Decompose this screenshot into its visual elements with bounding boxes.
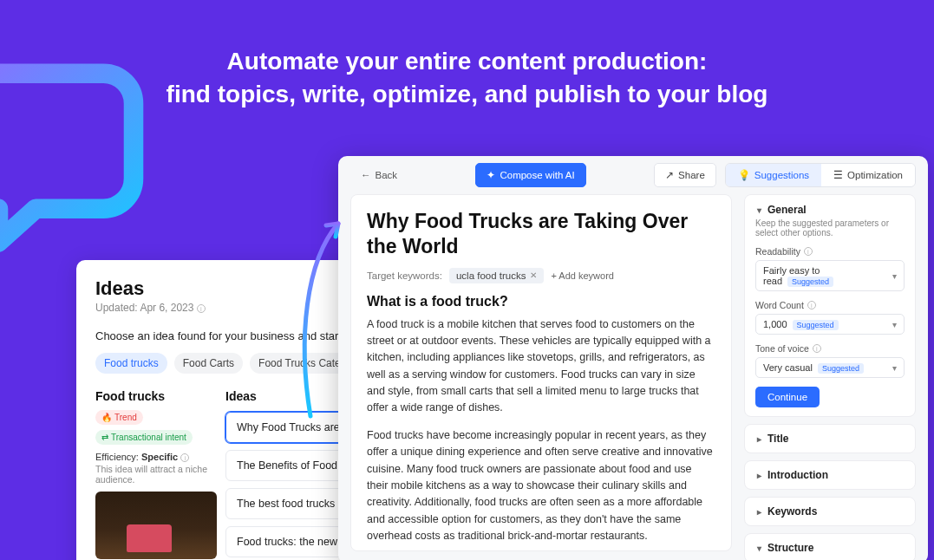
tab-optimization[interactable]: ☰ Optimization <box>821 164 915 186</box>
remove-keyword-icon[interactable]: ✕ <box>530 270 537 280</box>
topic-pill[interactable]: Food trucks <box>95 353 167 374</box>
hero-headline: Automate your entire content production:… <box>0 45 934 111</box>
efficiency-explain: This idea will attract a niche audience. <box>95 464 217 485</box>
readability-label: Readabilityi <box>755 246 905 257</box>
efficiency-line: Efficiency: Specific i <box>95 452 217 462</box>
section-keywords[interactable]: ▸Keywords <box>744 497 916 526</box>
chevron-down-icon: ▾ <box>755 544 762 553</box>
chevron-down-icon: ▾ <box>755 205 762 215</box>
chevron-down-icon: ▾ <box>892 363 897 373</box>
topic-name: Food trucks <box>95 389 217 403</box>
section-introduction[interactable]: ▸Introduction <box>744 460 916 490</box>
suggestions-pane: ▾ General Keep the suggested parameters … <box>744 194 916 551</box>
doc-h2: What is a food truck? <box>367 294 715 309</box>
tab-suggestions[interactable]: 💡 Suggestions <box>726 164 821 186</box>
doc-title: Why Food Trucks are Taking Over the Worl… <box>367 209 715 259</box>
doc-paragraph: A food truck is a mobile kitchen that se… <box>367 316 715 417</box>
editor-card: ← Back ✦ Compose with AI ↗ Share 💡 Sugge… <box>338 156 928 560</box>
general-header[interactable]: ▾ General <box>755 204 905 216</box>
tone-select[interactable]: Very casualSuggested ▾ <box>755 357 905 378</box>
section-title[interactable]: ▸Title <box>744 424 916 453</box>
chevron-down-icon: ▾ <box>892 320 897 329</box>
info-icon: i <box>804 247 813 256</box>
share-button[interactable]: ↗ Share <box>654 163 716 187</box>
keyword-line: Target keywords: ucla food trucks✕ + Add… <box>367 268 715 283</box>
general-panel: ▾ General Keep the suggested parameters … <box>744 194 916 417</box>
topic-pill[interactable]: Food Carts <box>174 353 243 374</box>
side-tab-segment: 💡 Suggestions ☰ Optimization <box>725 163 916 187</box>
topic-detail: Food trucks 🔥 Trend ⇄ Transactional inte… <box>95 389 217 560</box>
compose-ai-button[interactable]: ✦ Compose with AI <box>475 163 585 187</box>
document-pane[interactable]: Why Food Trucks are Taking Over the Worl… <box>350 194 732 551</box>
intent-badge: ⇄ Transactional intent <box>95 430 193 445</box>
continue-button[interactable]: Continue <box>755 387 820 407</box>
keyword-chip[interactable]: ucla food trucks✕ <box>449 268 545 283</box>
chevron-right-icon: ▸ <box>755 434 762 444</box>
back-button[interactable]: ← Back <box>350 165 408 186</box>
chevron-right-icon: ▸ <box>755 507 762 517</box>
info-icon: i <box>180 453 189 462</box>
readability-select[interactable]: Fairly easy to readSuggested ▾ <box>755 260 905 291</box>
tone-label: Tone of voicei <box>755 343 905 354</box>
wordcount-label: Word Counti <box>755 300 905 310</box>
add-keyword-button[interactable]: + Add keyword <box>551 270 613 281</box>
chevron-down-icon: ▾ <box>892 271 897 281</box>
info-icon: i <box>197 304 206 313</box>
chevron-right-icon: ▸ <box>755 471 762 480</box>
section-structure[interactable]: ▾Structure <box>744 533 916 560</box>
wordcount-select[interactable]: 1,000Suggested ▾ <box>755 314 905 335</box>
doc-paragraph: Food trucks have become increasingly pop… <box>367 427 715 545</box>
general-hint: Keep the suggested parameters or select … <box>755 218 905 238</box>
topic-thumbnail <box>95 492 217 559</box>
info-icon: i <box>813 344 821 353</box>
info-icon: i <box>807 301 816 309</box>
trend-badge: 🔥 Trend <box>95 410 143 425</box>
editor-toolbar: ← Back ✦ Compose with AI ↗ Share 💡 Sugge… <box>338 156 928 194</box>
